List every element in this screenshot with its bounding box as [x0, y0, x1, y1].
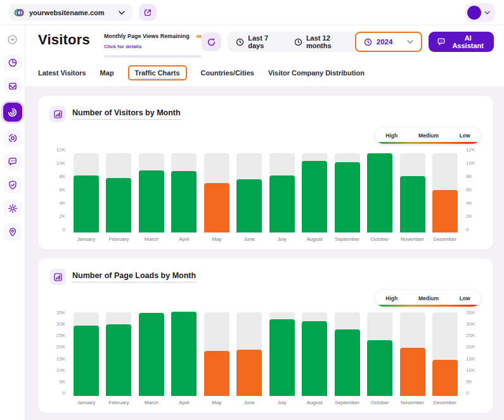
bar-november[interactable] — [400, 310, 425, 396]
legend-high-label: High — [385, 295, 397, 302]
bar-november[interactable] — [400, 148, 425, 232]
app-window: yourwebsitename.com — [0, 0, 504, 420]
x-axis-label: September — [335, 400, 360, 405]
x-axis-label: November — [400, 400, 425, 405]
x-axis-label: April — [171, 400, 197, 405]
bar-january[interactable] — [74, 310, 99, 396]
tab-countries-cities[interactable]: Countries/Cities — [201, 69, 254, 77]
open-website-button[interactable] — [139, 4, 157, 21]
chat-bubble-icon — [8, 156, 18, 167]
website-selector[interactable]: yourwebsitename.com — [9, 4, 132, 21]
y-tick-label: 12K — [56, 148, 65, 153]
ai-assistant-button[interactable]: AI Assistant — [429, 32, 494, 52]
bar-july[interactable] — [269, 148, 295, 232]
bar-chart-icon — [49, 269, 66, 285]
clock-icon — [294, 38, 302, 46]
bar-september[interactable] — [335, 148, 360, 232]
sidebar-item-communication[interactable] — [4, 153, 22, 170]
sidebar-item-visitors[interactable] — [3, 103, 22, 122]
y-axis-right: 12K10K8K6K4K2K0 — [462, 148, 482, 232]
tab-map[interactable]: Map — [100, 69, 114, 77]
bar-june[interactable] — [236, 310, 262, 396]
chevron-down-icon — [119, 11, 125, 15]
bar-january[interactable] — [74, 148, 99, 232]
bar-value-fill — [204, 351, 229, 396]
date-range-group: Last 7 days Last 12 months — [228, 32, 422, 52]
range-last-7-days[interactable]: Last 7 days — [228, 32, 286, 52]
bar-august[interactable] — [302, 310, 327, 396]
bar-february[interactable] — [106, 148, 131, 232]
y-tick-label: 8K — [59, 174, 65, 179]
bar-august[interactable] — [302, 148, 327, 232]
bar-value-fill — [432, 360, 458, 396]
bar-april[interactable] — [171, 310, 197, 396]
sidebar-item-behavior[interactable] — [4, 129, 22, 147]
bar-october[interactable] — [367, 310, 392, 396]
bar-value-fill — [302, 321, 327, 396]
sidebar-item-dashboard[interactable] — [4, 54, 22, 72]
tab-traffic-charts[interactable]: Traffic Charts — [128, 65, 187, 80]
clock-icon — [236, 38, 244, 46]
bar-march[interactable] — [139, 310, 164, 396]
bar-value-fill — [302, 161, 327, 232]
x-axis-label: November — [400, 236, 425, 242]
sidebar-item-settings[interactable] — [4, 200, 22, 217]
bar-june[interactable] — [236, 148, 262, 232]
bar-february[interactable] — [106, 310, 131, 396]
x-axis-label: August — [302, 400, 327, 405]
bar-may[interactable] — [204, 310, 229, 396]
bar-april[interactable] — [171, 148, 197, 232]
page-header: Visitors Monthly Page Views Remaining Cl… — [25, 25, 504, 58]
y-tick-label: 35K — [466, 310, 475, 315]
bar-december[interactable] — [432, 148, 458, 232]
user-menu[interactable] — [465, 3, 495, 22]
bar-may[interactable] — [204, 148, 229, 232]
bar-value-fill — [171, 312, 197, 396]
y-tick-label: 35K — [56, 310, 65, 315]
bar-july[interactable] — [269, 310, 295, 396]
x-axis-label: March — [139, 400, 164, 405]
range-last-12-months[interactable]: Last 12 months — [286, 32, 355, 52]
legend-high-label: High — [385, 132, 397, 139]
website-name: yourwebsitename.com — [29, 9, 105, 16]
range-12-label: Last 12 months — [306, 34, 347, 49]
y-tick-label: 15K — [466, 357, 475, 362]
sidebar-item-privacy[interactable] — [4, 176, 22, 194]
y-tick-label: 0 — [63, 391, 65, 396]
x-axis-label: February — [106, 236, 131, 242]
bar-december[interactable] — [432, 310, 458, 396]
x-axis-labels: JanuaryFebruaryMarchAprilMayJuneJulyAugu… — [70, 400, 462, 405]
year-label: 2024 — [377, 38, 393, 46]
y-tick-label: 25K — [466, 333, 475, 338]
page-loads-bar-chart: 35K30K25K20K15K10K5K0 35K30K25K20K15K10K… — [49, 310, 482, 396]
refresh-button[interactable] — [202, 32, 221, 51]
sidebar-item-location[interactable] — [4, 223, 22, 241]
clock-icon — [364, 38, 372, 46]
sidebar-item-overview[interactable] — [4, 77, 22, 95]
bar-value-fill — [335, 162, 360, 232]
tab-latest-visitors[interactable]: Latest Visitors — [38, 69, 86, 77]
sidebar-expand-button[interactable] — [4, 30, 22, 48]
legend-medium-label: Medium — [418, 132, 439, 139]
y-tick-label: 6K — [59, 188, 65, 193]
range-7-label: Last 7 days — [248, 34, 278, 49]
y-axis-right: 35K30K25K20K15K10K5K0 — [462, 310, 482, 396]
bar-value-fill — [432, 190, 458, 232]
tab-visitor-company-distribution[interactable]: Visitor Company Distribution — [268, 69, 365, 77]
external-link-icon — [143, 8, 152, 17]
legend-medium-label: Medium — [418, 295, 439, 302]
bar-september[interactable] — [335, 310, 360, 396]
bar-march[interactable] — [139, 148, 164, 232]
page-views-quota[interactable]: Monthly Page Views Remaining Click for d… — [104, 33, 202, 58]
y-tick-label: 10K — [466, 161, 475, 166]
year-selector[interactable]: 2024 — [355, 32, 423, 52]
bar-october[interactable] — [367, 148, 392, 232]
legend-low-label: Low — [460, 132, 470, 139]
chat-icon — [437, 37, 446, 46]
x-axis-label: April — [171, 236, 197, 242]
tab-bar: Latest Visitors Map Traffic Charts Count… — [25, 58, 504, 86]
quota-details-link[interactable]: Click for details — [104, 44, 142, 49]
legend-low-label: Low — [460, 295, 470, 302]
inbox-icon — [8, 81, 18, 91]
x-axis-label: August — [302, 236, 327, 242]
